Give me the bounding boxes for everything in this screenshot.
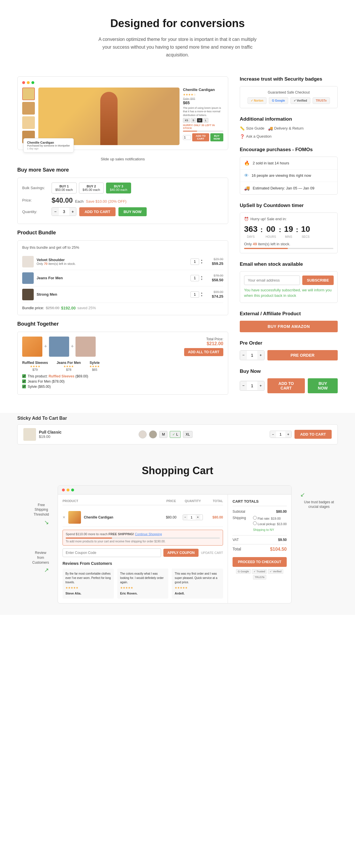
preorder-qty-input[interactable]: [247, 351, 257, 360]
sticky-size-l[interactable]: ✓ L: [170, 431, 181, 438]
buynow-buy-now-button[interactable]: BUY NOW: [308, 378, 338, 393]
size-m[interactable]: M: [197, 118, 203, 123]
size-l[interactable]: L: [203, 118, 208, 123]
product-qty-input[interactable]: [183, 135, 191, 140]
ship-flat-rate[interactable]: Flat rate: $19.00: [253, 516, 287, 522]
apply-coupon-button[interactable]: APPLY COUPON: [164, 549, 199, 557]
sticky-qty-input[interactable]: [276, 431, 285, 438]
buynow-add-cart-button[interactable]: ADD TO CART: [267, 378, 305, 393]
countdown-title: UpSell by Countdown timer: [240, 203, 338, 209]
product-thumb-3[interactable]: [22, 116, 35, 129]
preorder-qty-up[interactable]: +: [257, 351, 264, 360]
delivery-return-link[interactable]: 🚚 Delivery & Return: [268, 126, 304, 131]
bundle-qty-2-up[interactable]: ▲: [200, 275, 203, 278]
bought-product-img-2: [49, 337, 69, 357]
bundle-qty-1-input[interactable]: [190, 258, 199, 265]
bundle-item-2-disc-price: $58.50: [212, 278, 223, 282]
cart-qty-input: − +: [183, 515, 203, 520]
preorder-button[interactable]: PRE ORDER: [267, 350, 338, 361]
qty-increase-button[interactable]: +: [69, 208, 76, 216]
bundle-item-1-stock: Only 70 item(s) left in stock.: [37, 262, 187, 266]
bought-check-1[interactable]: [22, 374, 26, 378]
bundle-qty-1-down[interactable]: ▼: [200, 262, 203, 265]
bulk-option-1[interactable]: BUY 1 $50.00 each: [52, 183, 77, 193]
size-guide-link[interactable]: 📏 Size Guide: [240, 126, 265, 131]
sticky-variant-img-1[interactable]: [139, 430, 147, 438]
cart-item-row: ✕ Chenille Cardigan $80.00 − +: [62, 508, 223, 527]
product-add-to-cart-button[interactable]: ADD TO CART: [192, 133, 209, 142]
timer-mins: 19 MINS: [284, 224, 293, 239]
fomo-item-2: 👁 16 people are viewing this right now: [240, 169, 337, 182]
trust-badges-arrow: ↙: [300, 491, 305, 498]
bundle-qty-2-input[interactable]: [190, 275, 199, 281]
add-all-to-cart-button[interactable]: ADD ALL TO CART: [184, 348, 223, 356]
ship-local-radio[interactable]: [253, 521, 257, 525]
sticky-variant-img-2[interactable]: [149, 430, 157, 438]
bought-check-2[interactable]: [22, 379, 26, 383]
cart-qty-down[interactable]: −: [183, 515, 187, 520]
bulk-option-2[interactable]: BUY 2 $45.00 each: [79, 183, 104, 193]
totals-vat-row: VAT $9.50: [233, 538, 287, 542]
bundle-orig-total: $256.00: [46, 306, 59, 310]
sticky-add-to-cart-button[interactable]: ADD TO CART: [295, 430, 332, 439]
sticky-qty-up[interactable]: +: [285, 431, 291, 438]
sticky-size-m[interactable]: M: [159, 431, 168, 438]
bundle-qty-1-up[interactable]: ▲: [200, 259, 203, 262]
buy-now-button[interactable]: BUY NOW: [118, 207, 147, 216]
update-cart-link[interactable]: UPDATE CART: [201, 551, 223, 555]
bulk-option-3-price: $40.00 each: [110, 188, 127, 191]
bundle-item-2-info: Jeans For Men: [37, 276, 187, 280]
cart-section: Shopping Cart FreeShippingThreshold ↘ Re…: [0, 447, 355, 615]
buynow-qty: − +: [240, 381, 265, 391]
ask-question-link[interactable]: ❓ Ask a Question: [240, 134, 271, 139]
product-buy-now-button[interactable]: BUY NOW: [210, 133, 223, 142]
free-ship-progress-fill: [66, 537, 112, 539]
qty-input[interactable]: [59, 208, 69, 216]
buynow-qty-up[interactable]: +: [257, 381, 264, 390]
preorder-qty-down[interactable]: −: [240, 351, 247, 360]
browser-dot-green: [31, 81, 34, 84]
fomo-section: Encourage purchases - FOMOs 🔥 2 sold in …: [240, 147, 338, 195]
coupon-input[interactable]: [62, 549, 161, 557]
size-xs[interactable]: XS: [183, 118, 190, 123]
buynow-qty-down[interactable]: −: [240, 381, 247, 390]
preorder-title: Pre Order: [240, 340, 338, 346]
sticky-qty-down[interactable]: −: [270, 431, 276, 438]
browser-dot-yellow: [27, 81, 30, 84]
cart-item-remove[interactable]: ✕: [62, 515, 65, 519]
continue-shopping-link[interactable]: Continue Shopping: [135, 532, 162, 536]
product-thumb-2[interactable]: [22, 102, 35, 115]
buy-now-section: Buy Now − + ADD TO CART BUY NOW: [240, 369, 338, 393]
bought-check-3[interactable]: [22, 384, 26, 389]
totals-subtotal-row: Subtotal $80.00: [233, 509, 287, 514]
trust-section-title: Increase trust with Security badges: [240, 76, 338, 82]
bulk-option-3[interactable]: BUY 3 $40.00 each: [106, 183, 131, 193]
cart-qty-up[interactable]: +: [196, 515, 200, 520]
add-to-cart-button[interactable]: ADD TO CART: [79, 207, 115, 216]
buynow-qty-input[interactable]: [247, 381, 257, 391]
product-price-old: Sale: $65: [183, 97, 223, 100]
product-thumb-1[interactable]: [22, 88, 35, 100]
reviewer-name-2: Eric Roven.: [120, 591, 166, 596]
subscribe-button[interactable]: SUBSCRIBE: [302, 276, 334, 285]
bundle-qty-3-up[interactable]: ▲: [200, 292, 203, 294]
bought-check-3-price: ($65.00): [38, 384, 51, 389]
bundle-qty-3-input[interactable]: [190, 291, 199, 298]
email-box: SUBSCRIBE You have successfully subscrib…: [240, 271, 338, 303]
email-input[interactable]: [244, 276, 300, 285]
checkout-button[interactable]: PROCEED TO CHECKOUT: [233, 557, 287, 567]
bundle-qty-2-down[interactable]: ▼: [200, 278, 203, 281]
bought-check-item-3: Sylvie ($65.00): [22, 384, 223, 389]
size-s[interactable]: S: [191, 118, 196, 123]
ship-local-pickup[interactable]: Local pickup: $13.00: [253, 521, 287, 527]
bought-items-row: + + Total Price: $212.00 ADD ALL TO CART: [22, 337, 223, 357]
bundle-qty-3-down[interactable]: ▼: [200, 294, 203, 298]
size-buttons: XS S M L: [183, 118, 223, 123]
preorder-row: − + PRE ORDER: [240, 350, 338, 361]
qty-decrease-button[interactable]: −: [52, 208, 59, 216]
ship-flat-radio[interactable]: [253, 516, 257, 520]
page-wrapper: Designed for conversions A conversion op…: [0, 0, 355, 615]
sticky-size-xl[interactable]: XL: [183, 431, 193, 438]
cart-qty-value[interactable]: [187, 515, 196, 520]
buy-from-amazon-button[interactable]: BUY FROM AMAZON: [240, 321, 338, 332]
